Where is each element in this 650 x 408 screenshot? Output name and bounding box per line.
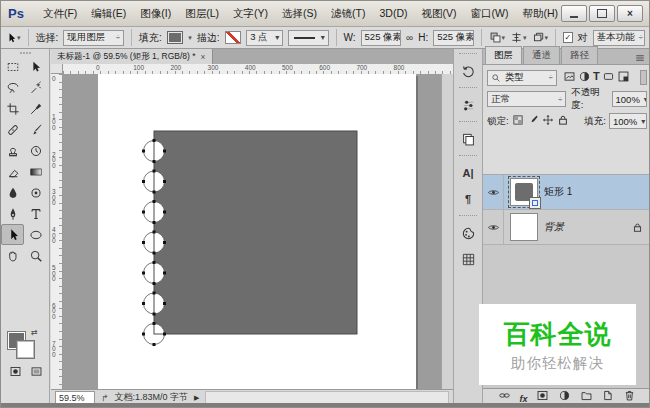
screen-mode-button[interactable] <box>28 365 45 378</box>
anchor-point[interactable] <box>153 252 156 255</box>
canvas-page[interactable] <box>98 74 416 389</box>
layer-thumbnail[interactable] <box>510 178 538 206</box>
tool-ellipse-shape[interactable] <box>24 224 47 245</box>
dock-panel-swatches[interactable] <box>455 221 481 245</box>
fill-color-swatch[interactable] <box>167 31 184 44</box>
align-edges-checkbox[interactable]: ✓ <box>563 32 573 43</box>
anchor-point[interactable] <box>142 180 145 183</box>
menu-item-10[interactable]: 帮助(H) <box>515 5 565 23</box>
shape-width-field[interactable]: 525 像素 <box>361 30 401 46</box>
tools-panel-grip[interactable] <box>1 49 49 56</box>
anchor-point[interactable] <box>163 150 166 153</box>
anchor-point[interactable] <box>163 211 166 214</box>
jump-icon[interactable]: ↱ <box>101 393 109 403</box>
dock-grip[interactable] <box>459 121 477 125</box>
layer-thumbnail[interactable] <box>510 213 538 241</box>
document-tab-close-icon[interactable]: × <box>201 52 206 62</box>
swap-colors-icon[interactable]: ⇄ <box>31 328 38 337</box>
layer-name[interactable]: 矩形 1 <box>544 185 572 199</box>
menu-item-3[interactable]: 图层(L) <box>178 5 226 23</box>
background-color-swatch[interactable] <box>17 341 34 358</box>
stroke-width-field[interactable]: 3 点▾ <box>246 30 283 46</box>
filter-toggle[interactable] <box>640 70 647 85</box>
tool-path-selection[interactable] <box>1 224 24 245</box>
anchor-point[interactable] <box>153 231 156 234</box>
path-arrangement-button[interactable]: ▾ <box>532 30 549 46</box>
vertical-ruler[interactable]: 01 0 02 0 03 0 04 0 05 0 06 0 07 0 0 <box>51 74 63 389</box>
anchor-point[interactable] <box>153 160 156 163</box>
filter-pixel-filter-button[interactable] <box>563 70 576 85</box>
menu-item-1[interactable]: 编辑(E) <box>84 5 133 23</box>
anchor-point[interactable] <box>142 241 145 244</box>
path-alignment-button[interactable]: ▾ <box>510 30 527 46</box>
link-dimensions-icon[interactable]: ∞ <box>406 32 413 43</box>
tool-move[interactable] <box>24 56 47 77</box>
blend-mode-dropdown[interactable]: 正常÷ <box>487 91 566 107</box>
lock-position-button[interactable] <box>542 114 554 128</box>
anchor-point[interactable] <box>153 343 156 346</box>
tool-history-brush[interactable] <box>24 140 47 161</box>
tool-brush[interactable] <box>24 119 47 140</box>
anchor-point[interactable] <box>153 313 156 316</box>
layer-row-1[interactable]: 背景 <box>483 210 650 245</box>
shape-height-field[interactable]: 525 像素 <box>433 30 473 46</box>
menu-item-2[interactable]: 图像(I) <box>133 5 178 23</box>
anchor-point[interactable] <box>142 150 145 153</box>
dock-panel-grid-swatches[interactable] <box>455 247 481 271</box>
filter-kind-dropdown[interactable]: 类型 ÷ <box>487 70 557 86</box>
tool-zoom[interactable] <box>24 245 47 266</box>
layer-visibility-toggle[interactable] <box>483 210 504 244</box>
anchor-point[interactable] <box>163 272 166 275</box>
stroke-color-swatch[interactable] <box>225 31 242 44</box>
layer-row-0[interactable]: 矩形 1 <box>483 175 650 210</box>
tool-pen[interactable] <box>1 203 24 224</box>
anchor-point[interactable] <box>163 180 166 183</box>
anchor-point[interactable] <box>153 261 156 264</box>
layer-name[interactable]: 背景 <box>544 220 564 234</box>
anchor-point[interactable] <box>142 302 145 305</box>
filter-adjustment-filter-button[interactable] <box>578 70 591 85</box>
anchor-point[interactable] <box>153 292 156 295</box>
dock-panel-styles[interactable] <box>455 127 481 151</box>
dock-grip[interactable] <box>459 155 477 159</box>
filter-shape-filter-button[interactable] <box>602 70 615 85</box>
select-mode-dropdown[interactable]: 现用图层÷ <box>63 30 124 46</box>
tool-dodge[interactable] <box>24 182 47 203</box>
dock-grip[interactable] <box>459 215 477 219</box>
filter-type-filter-button[interactable]: T <box>593 70 600 85</box>
artwork[interactable] <box>98 74 416 389</box>
stroke-type-dropdown[interactable]: ▾ <box>288 30 328 46</box>
menu-item-7[interactable]: 3D(D) <box>373 5 415 23</box>
status-flyout-arrow[interactable]: ▶ <box>194 394 199 402</box>
panel-menu-icon[interactable] <box>633 52 647 64</box>
workspace-dropdown[interactable]: 基本功能÷ <box>593 30 645 46</box>
dock-panel-paragraph-panel[interactable]: ¶ <box>455 187 481 211</box>
anchor-point[interactable] <box>153 221 156 224</box>
anchor-point[interactable] <box>153 139 156 142</box>
tool-eyedropper[interactable] <box>24 98 47 119</box>
anchor-point[interactable] <box>142 211 145 214</box>
panel-tab-0[interactable]: 图层 <box>485 46 522 64</box>
document-tab[interactable]: 未标题-1 @ 59.5% (矩形 1, RGB/8) * × <box>51 49 213 64</box>
menu-item-0[interactable]: 文件(F) <box>36 5 84 23</box>
lock-transparency-button[interactable] <box>512 114 524 128</box>
menu-item-6[interactable]: 滤镜(T) <box>324 5 372 23</box>
anchor-point[interactable] <box>163 241 166 244</box>
dock-panel-character-panel[interactable]: A| <box>455 161 481 185</box>
anchor-point[interactable] <box>142 333 145 336</box>
dock-grip[interactable] <box>459 53 477 57</box>
anchor-point[interactable] <box>153 282 156 285</box>
anchor-point[interactable] <box>163 302 166 305</box>
tool-crop[interactable] <box>1 98 24 119</box>
menu-item-8[interactable]: 视图(V) <box>415 5 464 23</box>
lock-pixels-button[interactable] <box>527 114 539 128</box>
tool-type[interactable] <box>24 203 47 224</box>
filter-smart-filter-button[interactable] <box>617 70 630 85</box>
fill-opacity-field[interactable]: 100%▾ <box>609 113 647 129</box>
tool-clone-stamp[interactable] <box>1 140 24 161</box>
anchor-point[interactable] <box>153 170 156 173</box>
menu-item-4[interactable]: 文字(Y) <box>226 5 275 23</box>
path-operations-button[interactable]: ▾ <box>489 30 506 46</box>
lock-button[interactable] <box>557 114 569 128</box>
tool-lasso[interactable] <box>1 77 24 98</box>
